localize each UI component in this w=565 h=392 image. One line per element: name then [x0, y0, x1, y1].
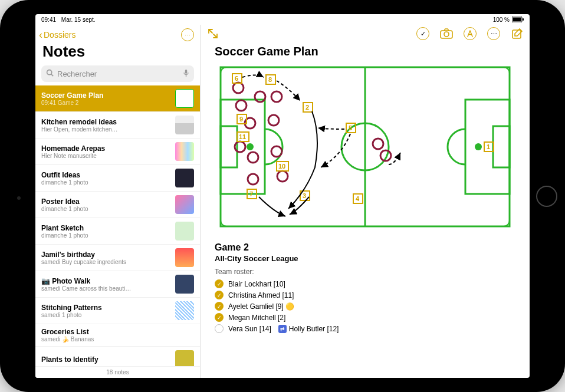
note-row[interactable]: Homemade ArepasHier Note manuscrite: [35, 139, 200, 165]
note-row[interactable]: Stitching Patternssamedi 1 photo: [35, 298, 200, 324]
checklist-checkbox[interactable]: ✓: [215, 291, 224, 299]
toolbar-actions: ✓ ⋯: [416, 27, 524, 40]
roster-item[interactable]: Vera Sun [14]⇄Holly Butler [12]: [215, 324, 515, 333]
more-icon[interactable]: ⋯: [487, 27, 500, 40]
note-row-sub: Hier Note manuscrite: [41, 153, 170, 159]
note-list[interactable]: Soccer Game Plan09:41 Game 2Kitchen remo…: [35, 85, 200, 366]
status-date: Mar. 15 sept.: [61, 17, 96, 23]
search-input[interactable]: Rechercher: [41, 65, 194, 82]
svg-text:8: 8: [268, 76, 272, 83]
note-body[interactable]: Soccer Game Plan: [201, 42, 530, 378]
note-row-sub: Hier Open, modern kitchen…: [41, 126, 170, 133]
svg-text:4: 4: [356, 195, 360, 202]
status-time: 09:41: [41, 17, 56, 23]
note-content: ✓ ⋯ Soccer Game Plan: [201, 25, 530, 378]
checklist-checkbox[interactable]: ✓: [215, 313, 224, 322]
player-10: 10: [277, 162, 288, 171]
markup-icon[interactable]: [464, 27, 477, 40]
note-row-sub: 09:41 Game 2: [41, 100, 170, 106]
note-row[interactable]: Groceries Listsamedi 🍌 Bananas: [35, 324, 200, 347]
back-button[interactable]: ‹ Dossiers: [39, 29, 75, 41]
search-icon: [46, 69, 54, 78]
note-row[interactable]: Plant Sketchdimanche 1 photo: [35, 218, 200, 245]
roster-name: Christina Ahmed [11]: [228, 291, 294, 299]
note-thumbnail: [175, 248, 194, 267]
svg-point-24: [248, 152, 258, 163]
svg-point-31: [475, 143, 482, 150]
player-8: 8: [266, 75, 275, 84]
league-heading: All-City Soccer League: [215, 254, 515, 263]
svg-text:2: 2: [306, 104, 309, 111]
roster-item[interactable]: ✓Megan Mitchell [2]: [215, 313, 515, 322]
svg-point-8: [444, 32, 449, 37]
note-row-title: Soccer Game Plan: [41, 91, 170, 100]
player-11: 11: [237, 132, 249, 141]
svg-line-4: [51, 74, 53, 76]
screen: 09:41 Mar. 15 sept. 100 % ‹ Dossiers ⋯ N…: [35, 14, 530, 378]
svg-point-3: [47, 70, 52, 75]
note-row-title: Groceries List: [41, 328, 194, 336]
svg-text:1: 1: [487, 143, 490, 150]
svg-text:11: 11: [239, 133, 246, 140]
swap-icon: ⇄: [278, 325, 287, 333]
roster-label: Team roster:: [215, 268, 515, 276]
sidebar-title: Notes: [35, 41, 200, 63]
note-row[interactable]: Jamil's birthdaysamedi Buy cupcake ingre…: [35, 245, 200, 271]
dictation-icon[interactable]: [183, 69, 189, 79]
search-placeholder: Rechercher: [57, 70, 97, 78]
svg-point-22: [268, 115, 279, 126]
roster-item[interactable]: ✓Christina Ahmed [11]: [215, 291, 515, 299]
svg-point-25: [271, 146, 282, 157]
svg-text:7: 7: [249, 190, 253, 197]
note-thumbnail: [175, 350, 194, 366]
status-right: 100 %: [493, 17, 524, 23]
roster-item[interactable]: ✓Blair Lockhart [10]: [215, 279, 515, 288]
note-row[interactable]: Soccer Game Plan09:41 Game 2: [35, 85, 200, 112]
note-row[interactable]: Kitchen remodel ideasHier Open, modern k…: [35, 112, 200, 139]
camera-icon[interactable]: [440, 27, 453, 40]
note-row-title: Stitching Patterns: [41, 304, 170, 312]
roster-item[interactable]: ✓Ayelet Gamliel [9] 🟡: [215, 302, 515, 311]
note-row-sub: samedi Buy cupcake ingredients: [41, 259, 170, 265]
home-button[interactable]: [536, 186, 557, 207]
note-thumbnail: [175, 116, 194, 134]
front-camera-dot: [17, 196, 21, 200]
svg-point-18: [236, 100, 247, 111]
note-row[interactable]: Outfit Ideasdimanche 1 photo: [35, 165, 200, 192]
svg-point-26: [248, 174, 258, 185]
note-row-sub: samedi 1 photo: [41, 312, 170, 318]
svg-point-30: [247, 143, 254, 150]
note-row-title: Kitchen remodel ideas: [41, 118, 170, 126]
note-row-title: Jamil's birthday: [41, 251, 170, 259]
svg-rect-5: [185, 69, 188, 73]
checklist-checkbox[interactable]: [215, 324, 224, 333]
note-row-title: Homemade Arepas: [41, 144, 170, 153]
battery-percent: 100 %: [493, 17, 510, 23]
note-thumbnail: [175, 142, 194, 161]
svg-rect-1: [513, 18, 521, 22]
sidebar-footer: 18 notes: [35, 366, 200, 378]
svg-text:10: 10: [278, 163, 285, 170]
note-row[interactable]: 📷 Photo Walksamedi Came across this beau…: [35, 271, 200, 298]
note-thumbnail: [175, 169, 194, 187]
roster-swap: ⇄Holly Butler [12]: [278, 325, 339, 333]
sidebar: ‹ Dossiers ⋯ Notes Rechercher Soccer Gam…: [35, 25, 201, 378]
roster-name: Megan Mitchell [2]: [228, 314, 285, 322]
more-options-icon[interactable]: ⋯: [181, 28, 194, 41]
roster-list: ✓Blair Lockhart [10]✓Christina Ahmed [11…: [215, 279, 515, 333]
checklist-icon[interactable]: ✓: [416, 27, 429, 40]
note-row[interactable]: Plants to Identify: [35, 347, 200, 366]
note-row-sub: dimanche 1 photo: [41, 179, 170, 186]
note-row[interactable]: Poster Ideadimanche 1 photo: [35, 192, 200, 218]
roster-name: Ayelet Gamliel [9] 🟡: [228, 302, 294, 311]
svg-point-27: [277, 171, 288, 182]
note-thumbnail: [175, 89, 194, 108]
player-6: 6: [232, 74, 242, 83]
roster-name: Blair Lockhart [10]: [228, 280, 285, 288]
compose-icon[interactable]: [511, 27, 524, 40]
checklist-checkbox[interactable]: ✓: [215, 279, 224, 288]
checklist-checkbox[interactable]: ✓: [215, 302, 224, 311]
note-title: Soccer Game Plan: [215, 45, 515, 58]
expand-icon[interactable]: [206, 27, 219, 40]
note-thumbnail: [175, 195, 194, 214]
